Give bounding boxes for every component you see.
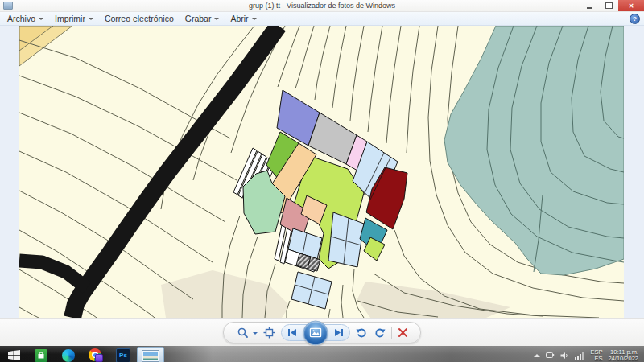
toolbar-divider [391, 327, 392, 339]
network-signal-icon[interactable] [575, 352, 584, 360]
help-button[interactable]: ? [630, 14, 640, 24]
system-tray: ESP ES 10:11 p.m. 24/10/2022 [534, 349, 644, 362]
photo-viewer-active-tile [137, 347, 164, 362]
taskbar-app-edge[interactable] [55, 346, 82, 362]
title-bar: grup (1) tt - Visualizador de fotos de W… [0, 0, 644, 12]
window-controls: ✕ [580, 0, 644, 11]
zoom-button[interactable] [237, 325, 258, 341]
zoom-dropdown-caret[interactable] [253, 332, 258, 335]
store-icon [35, 349, 47, 362]
viewer-toolbar [0, 318, 644, 346]
minimize-icon [587, 7, 592, 9]
menu-grabar[interactable]: Grabar [185, 14, 220, 23]
viewer-content [0, 26, 644, 318]
close-button[interactable]: ✕ [618, 0, 644, 11]
windows-logo-icon [8, 350, 20, 360]
taskbar-app-photo-viewer[interactable] [137, 346, 164, 362]
menu-archivo-label: Archivo [7, 14, 35, 23]
chevron-down-icon [252, 18, 257, 20]
taskbar-app-store[interactable] [27, 346, 55, 362]
map-image [19, 26, 624, 318]
window-title: grup (1) tt - Visualizador de fotos de W… [0, 0, 644, 11]
magnifier-icon [237, 327, 250, 339]
fit-to-window-button[interactable] [263, 325, 275, 341]
delete-x-icon [398, 327, 408, 338]
clock[interactable]: 10:11 p.m. 24/10/2022 [608, 349, 638, 362]
previous-button[interactable] [287, 328, 297, 337]
taskbar-app-photoshop[interactable]: Ps [109, 346, 137, 362]
rotate-clockwise-icon [374, 327, 386, 339]
menu-grabar-label: Grabar [185, 14, 212, 23]
rotate-counterclockwise-icon [356, 327, 368, 339]
toolbar-control-bar [223, 322, 421, 343]
photoshop-icon: Ps [116, 348, 130, 362]
delete-button[interactable] [398, 325, 408, 341]
menu-bar: Archivo Imprimir Correo electrónico Grab… [0, 12, 644, 26]
menu-imprimir[interactable]: Imprimir [55, 14, 93, 23]
taskbar-app-chrome[interactable] [82, 346, 109, 362]
next-button[interactable] [334, 328, 344, 337]
fit-to-window-icon [263, 327, 275, 339]
power-plug-icon[interactable] [546, 352, 555, 360]
hidden-icons-button[interactable] [534, 354, 540, 357]
menu-correo-label: Correo electrónico [105, 14, 174, 23]
tray-date: 24/10/2022 [608, 356, 638, 362]
slideshow-icon [309, 328, 321, 338]
language-code-short: ES [590, 356, 602, 362]
photo-thumbnail-icon [142, 350, 159, 362]
taskbar: Ps [0, 346, 644, 362]
menu-abrir[interactable]: Abrir [230, 14, 256, 23]
photo-viewer-app-icon [3, 2, 13, 10]
chrome-icon [89, 348, 103, 362]
chevron-down-icon [39, 18, 43, 20]
language-switcher[interactable]: ESP ES [590, 349, 602, 362]
cadastral-map [19, 26, 624, 318]
desktop: grup (1) tt - Visualizador de fotos de W… [0, 0, 644, 362]
start-button[interactable] [0, 346, 27, 362]
rotate-right-button[interactable] [374, 325, 386, 341]
navigation-group [281, 324, 350, 341]
edge-icon [62, 349, 75, 362]
volume-icon[interactable] [560, 352, 569, 360]
chevron-down-icon [89, 18, 93, 20]
menu-archivo[interactable]: Archivo [7, 14, 43, 23]
notification-badge [95, 354, 103, 362]
rotate-left-button[interactable] [356, 325, 368, 341]
minimize-button[interactable] [580, 0, 599, 11]
restore-button[interactable] [599, 0, 618, 11]
menu-correo-electronico[interactable]: Correo electrónico [105, 14, 174, 23]
chevron-down-icon [214, 18, 219, 20]
menu-abrir-label: Abrir [230, 14, 248, 23]
slideshow-button[interactable] [303, 320, 328, 345]
restore-icon [605, 2, 613, 9]
menu-imprimir-label: Imprimir [55, 14, 85, 23]
